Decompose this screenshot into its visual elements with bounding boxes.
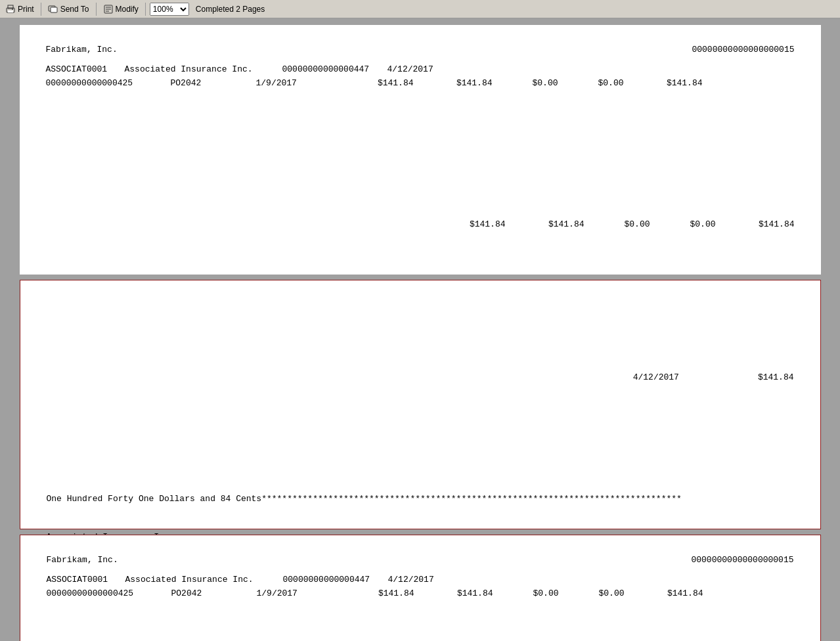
modify-button[interactable]: Modify [100, 3, 141, 16]
svg-rect-5 [51, 7, 57, 12]
page1-header: Fabrikam, Inc. 00000000000000000015 [46, 45, 795, 64]
page3-doc-num: 00000000000000425 [47, 588, 171, 598]
page3-header: Fabrikam, Inc. 00000000000000000015 [47, 555, 794, 575]
page3-amount5: $141.84 [625, 588, 703, 598]
page1-data-row: 00000000000000425 PO2042 1/9/2017 $141.8… [46, 78, 795, 88]
page3-vendor-date: 4/12/2017 [388, 575, 454, 585]
page3-check-number: 00000000000000000015 [691, 555, 793, 565]
page1-total-row: $141.84 $141.84 $0.00 $0.00 $141.84 [46, 219, 795, 229]
page1-vendor-id: ASSOCIAT0001 [46, 64, 125, 74]
page1-total1: $141.84 [427, 219, 506, 229]
modify-label: Modify [116, 5, 139, 14]
page2-date-amount-row: 4/12/2017 $141.84 [47, 372, 794, 382]
page1-amount2: $141.84 [414, 78, 493, 88]
separator-3 [145, 3, 146, 16]
page1-total2: $141.84 [506, 219, 585, 229]
separator-1 [41, 3, 41, 16]
modify-icon [103, 4, 114, 14]
page1-doc-num: 00000000000000425 [46, 78, 171, 88]
sendto-button[interactable]: Send To [45, 3, 92, 16]
page3-amount1: $141.84 [336, 588, 414, 598]
page-3-content: Fabrikam, Inc. 00000000000000000015 ASSO… [47, 555, 794, 598]
page1-total-spacer [46, 219, 427, 229]
page3-date: 1/9/2017 [257, 588, 336, 598]
page-2: 4/12/2017 $141.84 One Hundred Forty One … [20, 280, 821, 529]
page-1-content: Fabrikam, Inc. 00000000000000000015 ASSO… [46, 45, 795, 229]
print-icon [5, 4, 16, 14]
sendto-label: Send To [60, 5, 89, 14]
content-area: Fabrikam, Inc. 00000000000000000015 ASSO… [0, 18, 840, 641]
page1-amount5: $141.84 [624, 78, 703, 88]
page1-po-num: PO2042 [171, 78, 256, 88]
page3-vendor-id: ASSOCIAT0001 [47, 575, 125, 585]
page-3: Fabrikam, Inc. 00000000000000000015 ASSO… [20, 535, 821, 641]
page1-amount3: $0.00 [493, 78, 558, 88]
page3-amount3: $0.00 [493, 588, 559, 598]
svg-point-3 [12, 9, 13, 10]
page1-vendor-row: ASSOCIAT0001 Associated Insurance Inc. 0… [46, 64, 795, 74]
page1-vendor-date: 4/12/2017 [387, 64, 453, 74]
status-text: Completed 2 Pages [196, 5, 265, 14]
page1-total5: $141.84 [716, 219, 795, 229]
page3-amount4: $0.00 [559, 588, 625, 598]
zoom-select[interactable]: 100% 50% 75% 125% 150% [150, 3, 189, 16]
page3-vendor-doc: 00000000000000447 [283, 575, 388, 585]
page1-amount4: $0.00 [558, 78, 624, 88]
page1-company-name: Fabrikam, Inc. [46, 45, 118, 55]
page2-check-date: 4/12/2017 [633, 372, 679, 382]
page3-amount2: $141.84 [414, 588, 493, 598]
page2-check-amount: $141.84 [758, 372, 794, 382]
page1-total3: $0.00 [585, 219, 650, 229]
svg-rect-2 [8, 11, 13, 12]
page3-data-row: 00000000000000425 PO2042 1/9/2017 $141.8… [47, 588, 794, 598]
page1-total4: $0.00 [650, 219, 716, 229]
page1-date: 1/9/2017 [256, 78, 335, 88]
page3-vendor-name: Associated Insurance Inc. [125, 575, 283, 585]
page3-po-num: PO2042 [171, 588, 257, 598]
page1-vendor-doc: 00000000000000447 [282, 64, 387, 74]
page3-vendor-row: ASSOCIAT0001 Associated Insurance Inc. 0… [47, 575, 794, 585]
page1-vendor-name: Associated Insurance Inc. [125, 64, 282, 74]
print-button[interactable]: Print [3, 3, 37, 16]
sendto-icon [48, 4, 58, 14]
page-1: Fabrikam, Inc. 00000000000000000015 ASSO… [20, 25, 821, 275]
toolbar: Print Send To Modify 100% 50% 75% 125% 1… [0, 0, 840, 18]
page3-company-name: Fabrikam, Inc. [47, 555, 118, 565]
page2-amount-written: One Hundred Forty One Dollars and 84 Cen… [47, 494, 794, 504]
page1-check-number: 00000000000000000015 [692, 45, 794, 55]
print-label: Print [18, 5, 34, 14]
page1-amount1: $141.84 [335, 78, 414, 88]
separator-2 [96, 3, 97, 16]
